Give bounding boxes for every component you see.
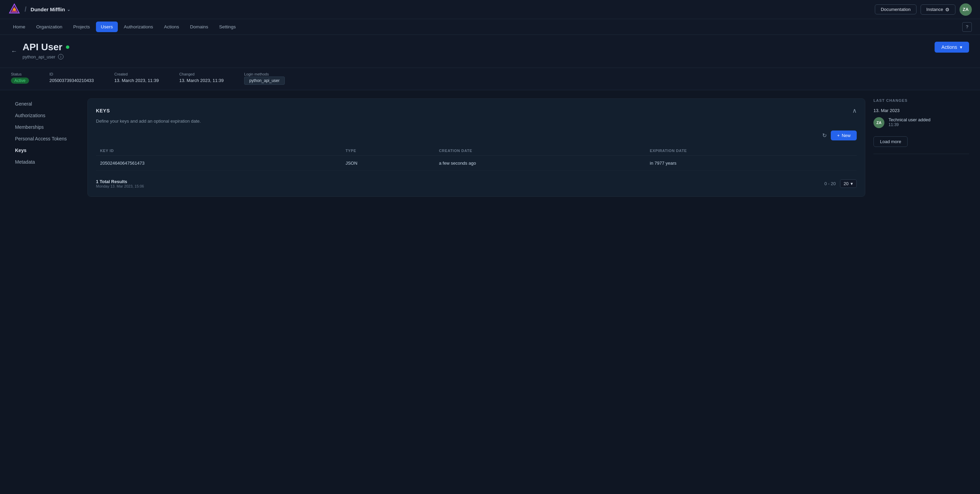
nav-item-authorizations[interactable]: Authorizations xyxy=(119,22,158,32)
panel-header: KEYS ∧ xyxy=(96,107,857,115)
id-label: ID xyxy=(49,72,94,76)
panel-description: Define your keys and add an optional exp… xyxy=(96,118,857,124)
plus-icon: + xyxy=(837,133,840,138)
nav-right: ? xyxy=(962,22,972,32)
logo: / Dunder Mifflin ⌄ xyxy=(8,3,70,16)
separator: / xyxy=(25,5,27,13)
meta-login-methods: Login methods python_api_user xyxy=(244,72,285,83)
refresh-button[interactable]: ↻ xyxy=(822,131,827,140)
nav-item-projects[interactable]: Projects xyxy=(68,22,95,32)
page-size-chevron-icon: ▾ xyxy=(851,181,853,186)
keys-table: KEY ID TYPE CREATION DATE EXPIRATION DAT… xyxy=(96,146,857,171)
created-label: Created xyxy=(115,72,159,76)
meta-row: Status Active ID 205003739340210433 Crea… xyxy=(0,68,980,90)
header-info: API User python_api_user i xyxy=(22,42,69,59)
created-value: 13. March 2023, 11:39 xyxy=(115,78,159,83)
id-value: 205003739340210433 xyxy=(49,78,94,83)
collapse-button[interactable]: ∧ xyxy=(852,107,857,115)
actions-label: Actions xyxy=(942,45,957,50)
changes-title: LAST CHANGES xyxy=(873,99,969,102)
login-method-badge: python_api_user xyxy=(244,76,285,85)
panel-title: KEYS xyxy=(96,108,110,113)
topbar-right: Documentation Instance ⚙ ZA xyxy=(875,3,972,16)
main-content: General Authorizations Memberships Perso… xyxy=(0,90,980,205)
documentation-button[interactable]: Documentation xyxy=(875,5,916,14)
last-changes-panel: LAST CHANGES 13. Mar 2023 ZA Technical u… xyxy=(873,99,969,197)
instance-label: Instance xyxy=(926,7,943,12)
actions-chevron-icon: ▾ xyxy=(960,45,962,50)
change-date: 13. Mar 2023 xyxy=(873,108,969,113)
new-label: New xyxy=(842,133,851,138)
col-type: TYPE xyxy=(342,146,435,156)
status-label: Status xyxy=(11,72,29,76)
login-methods-label: Login methods xyxy=(244,72,285,76)
sidebar-item-personal-access-tokens[interactable]: Personal Access Tokens xyxy=(11,133,79,144)
pagination: 0 - 20 20 ▾ xyxy=(824,179,857,188)
cell-expiration-date: in 7977 years xyxy=(646,156,857,171)
meta-changed: Changed 13. March 2023, 11:39 xyxy=(179,72,224,83)
change-item: ZA Technical user added 11:39 xyxy=(873,117,969,128)
back-button[interactable]: ← xyxy=(11,48,17,55)
meta-created: Created 13. March 2023, 11:39 xyxy=(115,72,159,83)
page-size-select[interactable]: 20 ▾ xyxy=(840,179,857,188)
change-avatar: ZA xyxy=(873,117,885,128)
user-title: API User xyxy=(22,42,69,53)
nav-item-domains[interactable]: Domains xyxy=(185,22,213,32)
col-key-id: KEY ID xyxy=(96,146,342,156)
online-status-indicator xyxy=(66,45,69,49)
nav-item-settings[interactable]: Settings xyxy=(215,22,241,32)
change-text: Technical user added xyxy=(888,117,931,122)
divider xyxy=(873,154,969,154)
org-chevron-icon: ⌄ xyxy=(67,7,70,12)
changed-value: 13. March 2023, 11:39 xyxy=(179,78,224,83)
username: python_api_user xyxy=(22,54,55,59)
page-range: 0 - 20 xyxy=(824,181,835,186)
org-selector[interactable]: Dunder Mifflin ⌄ xyxy=(31,6,71,12)
total-results: 1 Total Results xyxy=(96,179,144,184)
status-badge: Active xyxy=(11,78,29,84)
info-icon[interactable]: i xyxy=(58,54,64,59)
nav-item-home[interactable]: Home xyxy=(8,22,30,32)
table-row: 205024640647561473 JSON a few seconds ag… xyxy=(96,156,857,171)
nav-item-organization[interactable]: Organization xyxy=(32,22,67,32)
sidebar-item-authorizations[interactable]: Authorizations xyxy=(11,110,79,121)
instance-button[interactable]: Instance ⚙ xyxy=(921,5,955,15)
new-key-button[interactable]: + New xyxy=(831,131,857,140)
sidebar-item-keys[interactable]: Keys xyxy=(11,145,79,156)
svg-point-2 xyxy=(13,8,16,11)
user-subtitle: python_api_user i xyxy=(22,54,69,59)
navbar: Home Organization Projects Users Authori… xyxy=(0,19,980,35)
app-logo-icon xyxy=(8,3,21,16)
nav-item-actions[interactable]: Actions xyxy=(159,22,184,32)
cell-creation-date: a few seconds ago xyxy=(435,156,646,171)
panel-actions: ↻ + New xyxy=(96,131,857,140)
user-avatar[interactable]: ZA xyxy=(959,3,972,16)
gear-icon: ⚙ xyxy=(945,7,950,12)
sidebar: General Authorizations Memberships Perso… xyxy=(11,99,79,197)
nav-item-users[interactable]: Users xyxy=(96,22,118,32)
table-footer: 1 Total Results Monday 13. Mar 2023, 15:… xyxy=(96,176,857,188)
sidebar-item-memberships[interactable]: Memberships xyxy=(11,122,79,132)
page-header: ← API User python_api_user i Actions ▾ xyxy=(0,35,980,68)
meta-id: ID 205003739340210433 xyxy=(49,72,94,83)
user-name: API User xyxy=(22,42,62,53)
keys-panel: KEYS ∧ Define your keys and add an optio… xyxy=(88,99,865,197)
col-creation-date: CREATION DATE xyxy=(435,146,646,156)
org-name: Dunder Mifflin xyxy=(31,6,65,12)
header-left: ← API User python_api_user i xyxy=(11,42,69,59)
cell-key-id: 205024640647561473 xyxy=(96,156,342,171)
changed-label: Changed xyxy=(179,72,224,76)
actions-button[interactable]: Actions ▾ xyxy=(935,42,969,53)
help-button[interactable]: ? xyxy=(962,22,972,32)
cell-type: JSON xyxy=(342,156,435,171)
topbar: / Dunder Mifflin ⌄ Documentation Instanc… xyxy=(0,0,980,19)
page-size-value: 20 xyxy=(844,181,848,186)
total-date: Monday 13. Mar 2023, 15:06 xyxy=(96,184,144,188)
load-more-button[interactable]: Load more xyxy=(873,136,908,147)
sidebar-item-metadata[interactable]: Metadata xyxy=(11,156,79,167)
sidebar-item-general[interactable]: General xyxy=(11,99,79,109)
meta-status: Status Active xyxy=(11,72,29,83)
col-expiration-date: EXPIRATION DATE xyxy=(646,146,857,156)
change-time: 11:39 xyxy=(888,122,931,127)
